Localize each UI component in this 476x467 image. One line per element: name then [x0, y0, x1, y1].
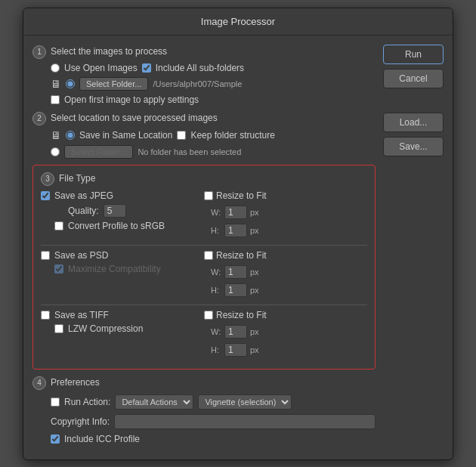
- section-3-title: File Type: [59, 173, 95, 184]
- open-first-image-checkbox[interactable]: [51, 95, 60, 104]
- icc-checkbox[interactable]: [51, 435, 60, 444]
- convert-profile-checkbox[interactable]: [54, 221, 63, 230]
- run-action-label: Run Action:: [64, 397, 110, 407]
- quality-input[interactable]: 5: [104, 204, 126, 218]
- section-4: 4 Preferences Run Action: Default Action…: [32, 376, 376, 444]
- dialog-title: Image Processor: [201, 16, 275, 27]
- jpeg-w-label: W:: [211, 208, 221, 217]
- jpeg-h-row: H: px: [211, 224, 367, 237]
- tiff-h-input[interactable]: [224, 343, 247, 357]
- lzw-row: LZW Compression: [54, 323, 211, 334]
- folder-path: /Users/alphr007/Sample: [153, 79, 242, 88]
- copyright-row: Copyright Info:: [32, 414, 376, 429]
- step-3-circle: 3: [41, 172, 54, 186]
- psd-h-row: H: px: [211, 283, 367, 297]
- open-first-image-label: Open first image to apply settings: [64, 94, 199, 105]
- jpeg-left: Save as JPEG: [41, 190, 204, 201]
- step-1-circle: 1: [32, 45, 46, 59]
- main-panel: 1 Select the images to process Use Open …: [32, 45, 376, 450]
- psd-h-label: H:: [211, 286, 221, 295]
- psd-w-input[interactable]: [224, 265, 247, 279]
- psd-left: Save as PSD: [41, 250, 204, 261]
- psd-h-input[interactable]: [224, 283, 247, 297]
- jpeg-w-input[interactable]: [224, 206, 247, 219]
- section-3: 3 File Type Save as JPEG Resize to Fit: [32, 165, 376, 370]
- jpeg-w-row: W: px: [211, 206, 367, 219]
- dialog-title-bar: Image Processor: [23, 8, 453, 36]
- open-first-image-row: Open first image to apply settings: [32, 94, 376, 105]
- tiff-resize-checkbox[interactable]: [204, 311, 213, 320]
- save-tiff-checkbox[interactable]: [41, 311, 50, 320]
- psd-options-row: Maximize Compatibility W: px: [41, 264, 367, 300]
- select-save-folder-row: Select Folder... No folder has been sele…: [32, 145, 376, 159]
- tiff-w-row: W: px: [211, 325, 367, 339]
- use-open-images-radio[interactable]: [51, 63, 60, 73]
- psd-resize-right: Resize to Fit: [204, 250, 367, 261]
- step-2-circle: 2: [32, 112, 46, 125]
- select-save-folder-button[interactable]: Select Folder...: [64, 145, 133, 159]
- tiff-dimensions: W: px H: px: [211, 323, 367, 360]
- save-psd-checkbox[interactable]: [41, 251, 50, 260]
- save-same-location-radio[interactable]: [66, 131, 75, 140]
- maximize-compat-checkbox[interactable]: [54, 264, 63, 274]
- jpeg-dimensions: W: px H: px: [211, 204, 367, 240]
- save-same-location-row: 🖥 Save in Same Location Keep folder stru…: [32, 129, 376, 141]
- tiff-resize-label: Resize to Fit: [216, 310, 267, 320]
- save-psd-label: Save as PSD: [54, 250, 108, 261]
- action-dropdown-1[interactable]: Default Actions: [115, 394, 193, 410]
- quality-label: Quality:: [68, 206, 99, 216]
- tiff-h-px: px: [250, 345, 259, 354]
- convert-profile-row: Convert Profile to sRGB: [54, 221, 211, 231]
- tiff-w-input[interactable]: [224, 325, 247, 339]
- use-open-images-row: Use Open Images Include All sub-folders: [32, 63, 376, 73]
- run-action-checkbox[interactable]: [51, 397, 60, 407]
- tiff-lzw: LZW Compression: [41, 323, 211, 360]
- jpeg-resize-checkbox[interactable]: [204, 191, 213, 200]
- section-3-header: 3 File Type: [41, 172, 367, 186]
- icc-row: Include ICC Profile: [32, 434, 376, 444]
- dialog-content: 1 Select the images to process Use Open …: [23, 36, 453, 459]
- maximize-compat-label: Maximize Compatibility: [68, 264, 161, 274]
- tiff-row: Save as TIFF Resize to Fit: [41, 310, 367, 320]
- jpeg-row: Save as JPEG Resize to Fit: [41, 190, 367, 201]
- section-1: 1 Select the images to process Use Open …: [32, 45, 376, 105]
- action-dropdown-2[interactable]: Vignette (selection): [198, 394, 292, 410]
- jpeg-h-px: px: [250, 226, 259, 235]
- select-folder-radio[interactable]: [66, 79, 75, 88]
- include-subfolders-label: Include All sub-folders: [156, 63, 244, 73]
- jpeg-h-label: H:: [211, 226, 221, 235]
- lzw-label: LZW Compression: [68, 323, 143, 334]
- include-subfolders-checkbox[interactable]: [142, 63, 151, 73]
- file-type-box: 3 File Type Save as JPEG Resize to Fit: [32, 165, 376, 370]
- psd-resize-checkbox[interactable]: [204, 251, 213, 260]
- load-button[interactable]: Load...: [383, 113, 444, 132]
- quality-row: Quality: 5: [54, 204, 211, 218]
- cancel-button[interactable]: Cancel: [383, 69, 444, 88]
- psd-section: Save as PSD Resize to Fit M: [41, 245, 367, 300]
- step-4-circle: 4: [32, 376, 46, 390]
- select-folder-button[interactable]: Select Folder...: [79, 77, 148, 91]
- save-tiff-label: Save as TIFF: [54, 310, 109, 320]
- save-jpeg-checkbox[interactable]: [41, 191, 50, 200]
- copyright-input[interactable]: [114, 414, 376, 429]
- save-same-label: Save in Same Location: [79, 130, 172, 141]
- psd-w-px: px: [250, 268, 259, 277]
- select-save-folder-radio[interactable]: [51, 147, 60, 156]
- jpeg-h-input[interactable]: [224, 224, 247, 237]
- section-2-title: Select location to save processed images: [51, 113, 218, 123]
- psd-resize-label: Resize to Fit: [216, 250, 267, 261]
- section-1-title: Select the images to process: [51, 46, 167, 57]
- lzw-checkbox[interactable]: [54, 324, 63, 333]
- tiff-w-label: W:: [211, 327, 221, 336]
- jpeg-w-px: px: [250, 208, 259, 217]
- jpeg-quality-section: Quality: 5 Convert Profile to sRGB: [41, 204, 211, 240]
- keep-folder-checkbox[interactable]: [177, 131, 186, 140]
- run-button[interactable]: Run: [383, 45, 444, 64]
- psd-maximize: Maximize Compatibility: [41, 264, 211, 300]
- icc-label: Include ICC Profile: [64, 434, 140, 444]
- select-folder-row: 🖥 Select Folder... /Users/alphr007/Sampl…: [32, 77, 376, 91]
- save-button[interactable]: Save...: [383, 137, 444, 156]
- copyright-label: Copyright Info:: [51, 416, 110, 427]
- tiff-section: Save as TIFF Resize to Fit: [41, 305, 367, 360]
- tiff-options-row: LZW Compression W: px H:: [41, 323, 367, 360]
